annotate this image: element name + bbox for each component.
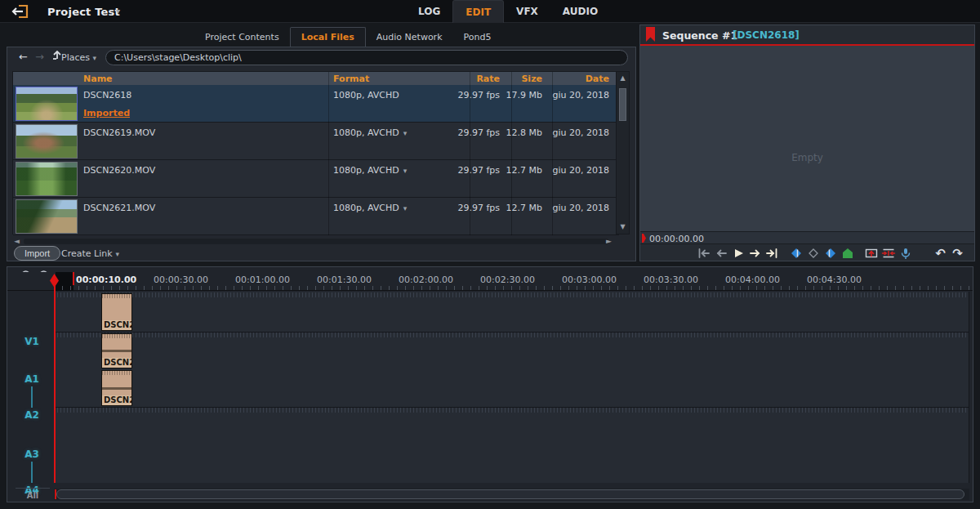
redo-icon[interactable]: ↷: [949, 246, 966, 261]
imported-link[interactable]: Imported: [83, 108, 130, 118]
table-row[interactable]: DSCN2618 Imported 1080p, AVCHD 29.97 fps…: [13, 85, 619, 123]
track-label-a3[interactable]: A3: [14, 449, 50, 460]
tab-project-contents[interactable]: Project Contents: [194, 27, 290, 47]
create-link-button[interactable]: Create Link▾: [61, 248, 119, 259]
scrollbar-thumb[interactable]: [619, 88, 626, 121]
all-tracks-toggle[interactable]: All: [19, 491, 47, 500]
bookmark-icon[interactable]: [645, 27, 656, 42]
track-label-a2[interactable]: A2: [14, 409, 50, 421]
go-to-start-icon[interactable]: [695, 246, 712, 261]
file-name: DSCN2621.MOV: [83, 203, 155, 213]
column-header-format[interactable]: Format: [333, 74, 369, 84]
timeline-scrollbar[interactable]: [54, 489, 969, 500]
scrollbar-track[interactable]: [24, 239, 608, 244]
tab-local-files[interactable]: Local Files: [290, 27, 366, 47]
format-cell[interactable]: 1080p, AVCHD▾: [333, 127, 407, 138]
clip-label: DSCN2: [102, 395, 131, 405]
places-dropdown[interactable]: Places ▾: [61, 52, 96, 63]
path-input[interactable]: [105, 50, 628, 65]
track-hatch: [54, 408, 969, 413]
voiceover-record-icon[interactable]: [897, 246, 914, 261]
step-forward-icon[interactable]: [746, 246, 764, 261]
format-cell[interactable]: 1080p, AVCHD: [333, 90, 399, 100]
ruler-label: 00:04:30.00: [807, 275, 862, 285]
timecode-marker-icon: [642, 234, 646, 243]
insert-edit-icon[interactable]: [862, 246, 880, 261]
gutter-divider: [16, 488, 50, 489]
scroll-left-icon[interactable]: ◄: [14, 237, 20, 245]
ruler-ticks: [54, 286, 969, 290]
timecode-value[interactable]: 00:00:00.00: [649, 234, 704, 244]
video-clip-v1[interactable]: DSCN2: [101, 293, 132, 331]
clip-thumbnail[interactable]: [16, 87, 78, 121]
clip-thumbnail[interactable]: [16, 124, 78, 159]
ruler-label: 00:02:30.00: [480, 275, 535, 285]
browser-button-row: Import Create Link▾: [7, 248, 635, 262]
sequence-title[interactable]: Sequence #1: [662, 29, 737, 42]
tab-edit[interactable]: EDIT: [452, 0, 504, 23]
chevron-down-icon: ▾: [403, 204, 408, 212]
tab-vfx[interactable]: VFX: [504, 0, 550, 23]
date-cell: giu 20, 2018: [553, 203, 610, 213]
timeline-playhead-overview: [55, 489, 56, 499]
mark-in-icon[interactable]: [787, 246, 804, 261]
viewer-screen: Empty: [640, 46, 974, 231]
table-row[interactable]: DSCN2619.MOV 1080p, AVCHD▾ 29.97 fps 12.…: [13, 123, 619, 160]
mark-point-icon[interactable]: [804, 246, 822, 261]
undo-icon[interactable]: ↶: [932, 246, 949, 261]
file-table-header: Name Format Rate Size Date: [13, 72, 619, 85]
playhead-line[interactable]: [54, 275, 56, 483]
scroll-down-icon[interactable]: ▼: [617, 222, 629, 232]
audio-clip-a2[interactable]: DSCN2: [101, 370, 132, 406]
rate-cell: 29.97 fps: [457, 165, 500, 176]
track-label-v1[interactable]: V1: [14, 336, 50, 347]
timeline-ruler[interactable]: 00:00:10.0000:00:30.0000:01:00.0000:01:3…: [7, 272, 973, 291]
track-link-line: [31, 386, 33, 408]
column-header-rate[interactable]: Rate: [476, 74, 500, 84]
table-row[interactable]: DSCN2621.MOV 1080p, AVCHD▾ 29.97 fps 12.…: [13, 198, 619, 235]
clip-thumbnail[interactable]: [16, 199, 78, 234]
tab-audio[interactable]: AUDIO: [550, 0, 610, 23]
go-to-end-icon[interactable]: [764, 246, 781, 261]
tab-pond5[interactable]: Pond5: [453, 27, 502, 47]
tab-audio-network[interactable]: Audio Network: [366, 27, 453, 47]
chevron-down-icon: ▾: [92, 54, 96, 62]
project-menu-caret-icon[interactable]: ▾: [116, 7, 120, 16]
sequence-clip-ref[interactable]: [DSCN2618]: [733, 29, 800, 41]
ruler-label: 00:00:10.00: [76, 275, 136, 285]
scroll-right-icon[interactable]: ►: [606, 237, 612, 245]
column-header-date[interactable]: Date: [586, 74, 609, 84]
timeline-tracks-area[interactable]: DSCN2 DSCN2 DSCN2: [54, 292, 969, 483]
waveform: [102, 387, 131, 390]
ruler-label: 00:01:30.00: [317, 275, 372, 285]
viewer-header: Sequence #1 [DSCN2618]: [640, 25, 974, 44]
track-label-a1[interactable]: A1: [14, 373, 50, 385]
sequence-marker-icon[interactable]: [839, 246, 856, 261]
back-icon[interactable]: ←: [19, 51, 28, 63]
vertical-scrollbar[interactable]: ▲ ▼: [616, 71, 630, 234]
sequence-viewer-panel: Sequence #1 [DSCN2618] Empty 00:00:00.00: [639, 25, 975, 261]
column-header-size[interactable]: Size: [521, 74, 542, 84]
table-row[interactable]: DSCN2620.MOV 1080p, AVCHD▾ 29.97 fps 12.…: [13, 160, 619, 198]
track-hatch: [54, 292, 969, 297]
mark-out-icon[interactable]: [822, 246, 839, 261]
audio-clip-a1[interactable]: DSCN2: [101, 333, 132, 368]
top-bar: Project Test ▾ LOG EDIT VFX AUDIO: [0, 0, 980, 23]
format-cell[interactable]: 1080p, AVCHD▾: [333, 165, 407, 176]
timeline-scrollbar-thumb[interactable]: [56, 489, 964, 499]
replace-edit-icon[interactable]: [880, 246, 897, 261]
format-cell[interactable]: 1080p, AVCHD▾: [333, 203, 407, 213]
timecode-bar[interactable]: 00:00:00.00: [640, 231, 974, 244]
exit-project-icon[interactable]: [10, 2, 34, 20]
import-button[interactable]: Import: [14, 246, 60, 261]
clip-hatch: [102, 294, 131, 298]
tab-log[interactable]: LOG: [406, 0, 452, 23]
column-header-name[interactable]: Name: [83, 74, 113, 84]
clip-thumbnail[interactable]: [16, 162, 78, 196]
scroll-up-icon[interactable]: ▲: [617, 74, 629, 83]
horizontal-scrollbar[interactable]: ◄ ►: [12, 236, 620, 247]
forward-icon[interactable]: →: [35, 51, 44, 63]
play-icon[interactable]: [729, 246, 746, 261]
ruler-label: 00:03:00.00: [562, 275, 617, 285]
step-back-icon[interactable]: [712, 246, 729, 261]
